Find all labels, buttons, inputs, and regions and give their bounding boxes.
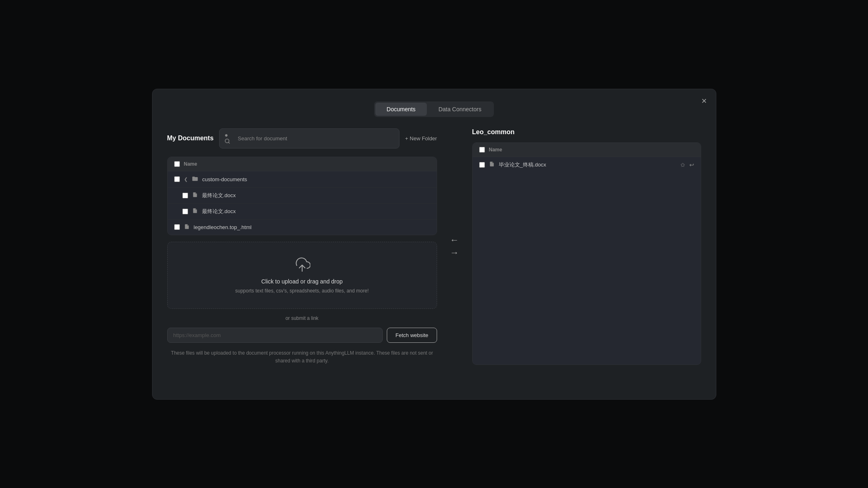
modal-backdrop: × Documents Data Connectors My Documents…: [0, 0, 868, 488]
main-modal: × Documents Data Connectors My Documents…: [152, 89, 716, 400]
table-row[interactable]: 毕业论文_终稿.docx ✩ ↩: [473, 157, 701, 173]
row-checkbox[interactable]: [182, 209, 188, 214]
row-checkbox[interactable]: [182, 193, 188, 198]
arrow-left-icon: ←: [450, 234, 459, 247]
search-box[interactable]: ●: [219, 128, 399, 148]
tab-documents[interactable]: Documents: [375, 103, 427, 116]
cloud-upload-icon: [294, 257, 310, 275]
table-row[interactable]: 最终论文.docx: [168, 204, 437, 220]
close-button[interactable]: ×: [702, 97, 707, 106]
tab-group: Documents Data Connectors: [374, 101, 494, 117]
table-row[interactable]: 最终论文.docx: [168, 188, 437, 204]
right-file-table: Name 毕业论文_终稿.docx ✩ ↩: [472, 142, 701, 365]
row-checkbox[interactable]: [174, 224, 180, 230]
left-table-header: Name: [168, 157, 437, 171]
doc-icon: [192, 208, 198, 215]
left-header: My Documents ● + New Folder: [167, 128, 437, 148]
or-link-text: or submit a link: [167, 315, 437, 321]
url-row: Fetch website: [167, 328, 437, 343]
return-icon[interactable]: ↩: [689, 162, 694, 168]
upload-subtitle: supports text files, csv's, spreadsheets…: [235, 288, 368, 294]
left-name-column-header: Name: [184, 161, 197, 167]
right-panel-title: Leo_common: [472, 128, 701, 136]
right-panel: Leo_common Name 毕业论文_终稿.docx: [472, 128, 701, 365]
file-name: 最终论文.docx: [202, 208, 430, 215]
star-icon[interactable]: ✩: [680, 162, 685, 168]
doc-icon: [489, 161, 495, 168]
content-area: My Documents ● + New Folder: [167, 128, 701, 365]
row-checkbox[interactable]: [174, 176, 180, 182]
left-panel: My Documents ● + New Folder: [167, 128, 437, 365]
search-input[interactable]: [238, 135, 394, 142]
url-input[interactable]: [167, 328, 383, 343]
table-row[interactable]: ❮ custom-documents: [168, 171, 437, 188]
disclaimer-text: These files will be uploaded to the docu…: [167, 349, 437, 365]
file-name: legendleochen.top_.html: [194, 224, 430, 230]
doc-icon: [192, 192, 198, 199]
left-panel-title: My Documents: [167, 135, 214, 142]
file-name: custom-documents: [202, 176, 430, 182]
right-table-header: Name: [473, 143, 701, 157]
row-actions: ✩ ↩: [680, 162, 694, 168]
select-all-right-checkbox[interactable]: [479, 147, 485, 153]
upload-title: Click to upload or drag and drop: [261, 278, 343, 285]
doc-icon: [184, 224, 190, 231]
chevron-down-icon: ❮: [184, 177, 188, 182]
tab-data-connectors[interactable]: Data Connectors: [427, 103, 493, 116]
right-name-column-header: Name: [489, 147, 502, 153]
transfer-icon: ← →: [447, 234, 462, 259]
arrow-right-icon: →: [450, 247, 459, 259]
tab-bar: Documents Data Connectors: [167, 101, 701, 117]
row-checkbox[interactable]: [479, 162, 485, 168]
table-row[interactable]: legendleochen.top_.html: [168, 220, 437, 235]
left-file-table: Name ❮ custom-documents: [167, 157, 437, 235]
upload-zone[interactable]: Click to upload or drag and drop support…: [167, 242, 437, 309]
right-table-body: 毕业论文_终稿.docx ✩ ↩: [473, 157, 701, 364]
folder-icon: [192, 175, 198, 183]
select-all-left-checkbox[interactable]: [174, 161, 180, 167]
fetch-website-button[interactable]: Fetch website: [387, 328, 437, 343]
new-folder-button[interactable]: + New Folder: [405, 135, 437, 142]
file-name: 毕业论文_终稿.docx: [499, 161, 676, 169]
search-icon: ●: [224, 132, 234, 145]
svg-line-1: [229, 142, 230, 143]
file-name: 最终论文.docx: [202, 192, 430, 199]
